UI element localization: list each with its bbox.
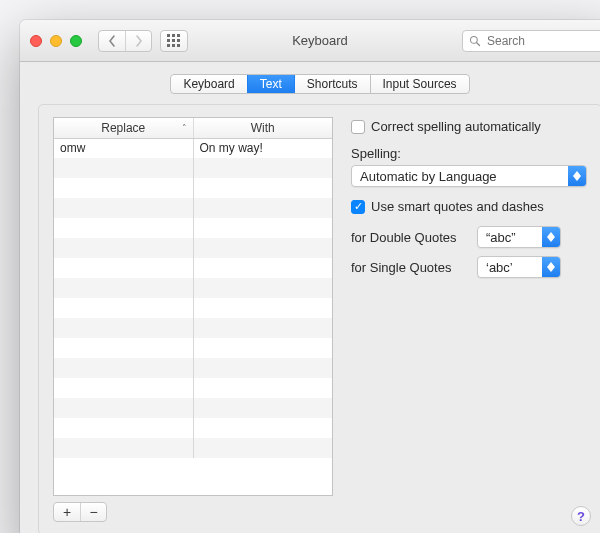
double-quotes-select[interactable]: “abc”	[477, 226, 561, 248]
preferences-window: Keyboard Keyboard Text Shortcuts Input S…	[20, 20, 600, 533]
table-row[interactable]	[54, 438, 332, 458]
svg-rect-7	[172, 44, 175, 47]
table-row[interactable]	[54, 298, 332, 318]
table-row[interactable]	[54, 258, 332, 278]
table-row[interactable]	[54, 418, 332, 438]
table-row[interactable]	[54, 198, 332, 218]
tab-text[interactable]: Text	[247, 75, 294, 93]
tabs-row: Keyboard Text Shortcuts Input Sources	[20, 62, 600, 104]
single-quotes-value: ‘abc’	[478, 260, 521, 275]
zoom-button[interactable]	[70, 35, 82, 47]
tab-keyboard[interactable]: Keyboard	[171, 75, 246, 93]
cell-with[interactable]: On my way!	[193, 138, 332, 158]
correct-spelling-label: Correct spelling automatically	[371, 119, 541, 134]
chevrons-icon	[542, 257, 560, 277]
minimize-button[interactable]	[50, 35, 62, 47]
svg-rect-8	[177, 44, 180, 47]
single-quotes-label: for Single Quotes	[351, 260, 471, 275]
spelling-value: Automatic by Language	[352, 169, 505, 184]
table-controls: + −	[53, 502, 333, 522]
search-field[interactable]	[462, 30, 600, 52]
spelling-select[interactable]: Automatic by Language	[351, 165, 587, 187]
svg-rect-3	[167, 39, 170, 42]
svg-line-10	[477, 42, 480, 45]
table-row[interactable]	[54, 278, 332, 298]
cell-replace[interactable]: omw	[54, 138, 193, 158]
close-button[interactable]	[30, 35, 42, 47]
col-replace-label: Replace	[101, 121, 145, 135]
smart-quotes-label: Use smart quotes and dashes	[371, 199, 544, 214]
tab-input-sources[interactable]: Input Sources	[370, 75, 469, 93]
search-input[interactable]	[485, 33, 600, 49]
double-quotes-label: for Double Quotes	[351, 230, 471, 245]
help-button[interactable]: ?	[571, 506, 591, 526]
table-row[interactable]: omwOn my way!	[54, 138, 332, 158]
chevrons-icon	[542, 227, 560, 247]
table-row[interactable]	[54, 158, 332, 178]
options-area: Correct spelling automatically Spelling:…	[351, 117, 587, 522]
svg-rect-0	[167, 34, 170, 37]
col-replace-header[interactable]: Replace ˄	[54, 118, 193, 138]
table-row[interactable]	[54, 318, 332, 338]
table-row[interactable]	[54, 218, 332, 238]
substitutions-table[interactable]: Replace ˄ With omwOn my way!	[53, 117, 333, 496]
table-row[interactable]	[54, 358, 332, 378]
svg-rect-6	[167, 44, 170, 47]
content-panel: Replace ˄ With omwOn my way! + −	[38, 104, 600, 533]
double-quotes-value: “abc”	[478, 230, 524, 245]
spelling-label: Spelling:	[351, 146, 587, 161]
table-row[interactable]	[54, 398, 332, 418]
correct-spelling-checkbox[interactable]	[351, 120, 365, 134]
search-icon	[469, 35, 481, 47]
nav-back-forward	[98, 30, 152, 52]
show-all-button[interactable]	[160, 30, 188, 52]
back-button[interactable]	[99, 31, 125, 51]
svg-rect-4	[172, 39, 175, 42]
chevrons-icon	[568, 166, 586, 186]
svg-rect-2	[177, 34, 180, 37]
remove-row-button[interactable]: −	[80, 503, 106, 521]
svg-rect-5	[177, 39, 180, 42]
table-row[interactable]	[54, 178, 332, 198]
col-with-header[interactable]: With	[193, 118, 332, 138]
sort-indicator-icon: ˄	[182, 123, 187, 133]
table-row[interactable]	[54, 238, 332, 258]
window-controls	[30, 35, 82, 47]
toolbar: Keyboard	[20, 20, 600, 62]
forward-button[interactable]	[125, 31, 151, 51]
single-quotes-select[interactable]: ‘abc’	[477, 256, 561, 278]
table-row[interactable]	[54, 378, 332, 398]
substitutions-area: Replace ˄ With omwOn my way! + −	[53, 117, 333, 522]
add-row-button[interactable]: +	[54, 503, 80, 521]
table-row[interactable]	[54, 338, 332, 358]
tab-shortcuts[interactable]: Shortcuts	[294, 75, 370, 93]
smart-quotes-checkbox[interactable]: ✓	[351, 200, 365, 214]
svg-rect-1	[172, 34, 175, 37]
pref-tabs: Keyboard Text Shortcuts Input Sources	[170, 74, 469, 94]
